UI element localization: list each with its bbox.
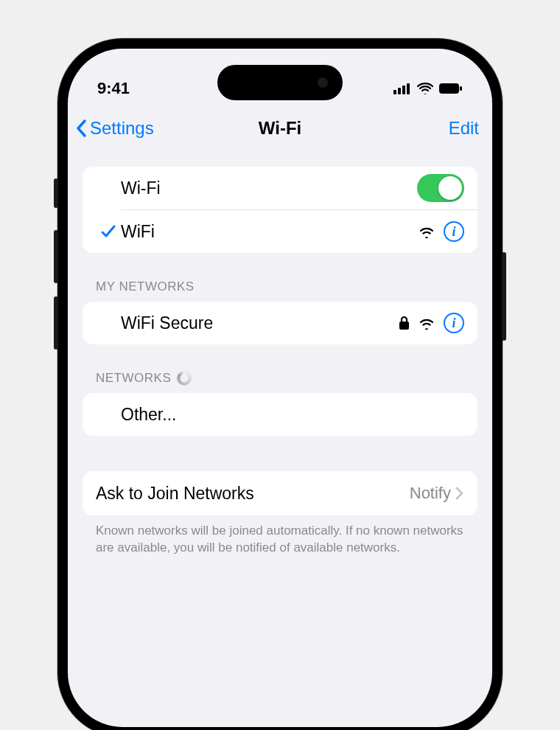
checkmark-icon <box>96 224 121 239</box>
other-network-row[interactable]: Other... <box>83 393 477 436</box>
volume-mute-switch <box>54 178 58 208</box>
dynamic-island <box>217 65 343 100</box>
volume-up-button <box>54 230 58 283</box>
nav-bar: Settings Wi-Fi Edit <box>68 108 492 149</box>
my-networks-card: WiFi Secure i <box>83 302 477 344</box>
connected-network-row[interactable]: WiFi i <box>83 210 477 253</box>
page-title: Wi-Fi <box>259 118 301 139</box>
svg-rect-1 <box>398 88 401 94</box>
other-label: Other... <box>121 405 464 425</box>
back-button[interactable]: Settings <box>75 118 154 139</box>
cellular-icon <box>393 83 411 94</box>
svg-rect-0 <box>393 90 396 94</box>
info-icon[interactable]: i <box>444 313 464 333</box>
svg-rect-4 <box>439 83 459 94</box>
wifi-toggle-label: Wi-Fi <box>121 178 417 198</box>
wifi-signal-icon <box>419 316 435 330</box>
svg-rect-6 <box>399 321 409 330</box>
status-indicators <box>393 83 463 94</box>
chevron-right-icon <box>455 487 464 500</box>
ask-to-join-card: Ask to Join Networks Notify <box>83 471 477 515</box>
wifi-toggle-row: Wi-Fi <box>83 167 477 209</box>
screen: 9:41 <box>68 49 492 727</box>
edit-button[interactable]: Edit <box>449 118 479 139</box>
content: Wi-Fi WiFi <box>68 149 492 557</box>
svg-rect-5 <box>460 86 462 91</box>
volume-down-button <box>54 296 58 350</box>
chevron-left-icon <box>75 119 88 138</box>
networks-header: NETWORKS <box>83 344 477 393</box>
other-networks-card: Other... <box>83 393 477 436</box>
toggle-knob <box>438 176 462 200</box>
ask-to-join-row[interactable]: Ask to Join Networks Notify <box>83 471 477 515</box>
spinner-icon <box>177 371 192 386</box>
status-time: 9:41 <box>97 79 130 98</box>
wifi-status-icon <box>417 83 433 94</box>
lock-icon <box>399 316 410 330</box>
connected-network-name: WiFi <box>121 222 419 242</box>
wifi-signal-icon <box>419 225 435 238</box>
ask-to-join-footer: Known networks will be joined automatica… <box>83 515 477 557</box>
network-name: WiFi Secure <box>121 313 399 333</box>
ask-to-join-label: Ask to Join Networks <box>96 484 410 504</box>
battery-icon <box>439 83 463 94</box>
ask-to-join-value: Notify <box>410 484 451 503</box>
svg-rect-3 <box>407 83 410 94</box>
back-label: Settings <box>90 118 154 139</box>
network-row[interactable]: WiFi Secure i <box>83 302 477 344</box>
power-button <box>502 252 506 341</box>
info-icon[interactable]: i <box>444 221 464 242</box>
networks-header-label: NETWORKS <box>96 371 171 386</box>
wifi-toggle[interactable] <box>417 174 464 202</box>
phone-frame: 9:41 <box>57 38 503 730</box>
svg-rect-2 <box>402 86 405 94</box>
my-networks-header: MY NETWORKS <box>83 253 477 302</box>
wifi-card: Wi-Fi WiFi <box>83 167 477 253</box>
